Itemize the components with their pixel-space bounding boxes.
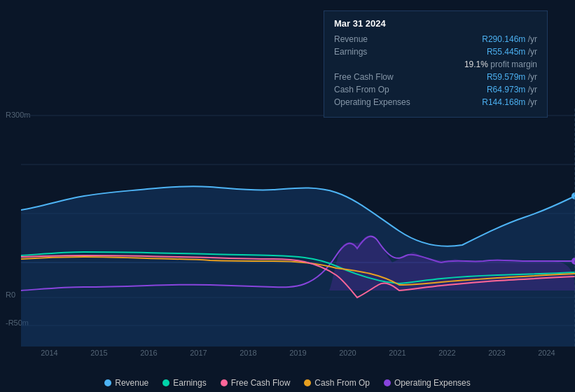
legend-revenue[interactable]: Revenue [104,378,148,388]
x-label-2015: 2015 [74,349,124,357]
legend-opex[interactable]: Operating Expenses [384,378,471,388]
x-label-2014: 2014 [25,349,74,357]
legend-earnings[interactable]: Earnings [162,378,206,388]
x-label-2017: 2017 [174,349,223,357]
x-axis: 2014 2015 2016 2017 2018 2019 2020 2021 … [21,346,575,357]
x-label-2018: 2018 [223,349,273,357]
tooltip-cashop: Cash From Op R64.973m /yr [334,85,537,94]
x-label-2023: 2023 [472,349,522,357]
chart-area [21,108,575,357]
tooltip-revenue: Revenue R290.146m /yr [334,34,537,44]
legend-dot-earnings [162,379,169,386]
legend-dot-revenue [104,379,111,386]
legend-cashop[interactable]: Cash From Op [304,378,370,388]
x-label-2020: 2020 [323,349,373,357]
y-label-zero: R0 [6,290,15,299]
legend-label-revenue: Revenue [115,378,148,388]
chart-legend: Revenue Earnings Free Cash Flow Cash Fro… [0,378,575,388]
legend-dot-fcf [221,379,228,386]
legend-label-opex: Operating Expenses [394,378,471,388]
legend-label-fcf: Free Cash Flow [231,378,291,388]
x-label-2022: 2022 [422,349,472,357]
tooltip-opex: Operating Expenses R144.168m /yr [334,97,537,107]
x-label-2016: 2016 [124,349,174,357]
tooltip-earnings: Earnings R55.445m /yr [334,47,537,57]
x-label-2024: 2024 [522,349,571,357]
x-label-2019: 2019 [273,349,323,357]
data-tooltip: Mar 31 2024 Revenue R290.146m /yr Earnin… [324,10,548,118]
legend-fcf[interactable]: Free Cash Flow [221,378,291,388]
legend-label-earnings: Earnings [173,378,206,388]
tooltip-fcf: Free Cash Flow R59.579m /yr [334,72,537,82]
chart-svg [21,108,575,346]
legend-label-cashop: Cash From Op [314,378,370,388]
legend-dot-cashop [304,379,311,386]
tooltip-profit-margin: 19.1% profit margin [334,59,537,69]
legend-dot-opex [384,379,391,386]
tooltip-title: Mar 31 2024 [334,18,537,29]
x-label-2021: 2021 [373,349,422,357]
